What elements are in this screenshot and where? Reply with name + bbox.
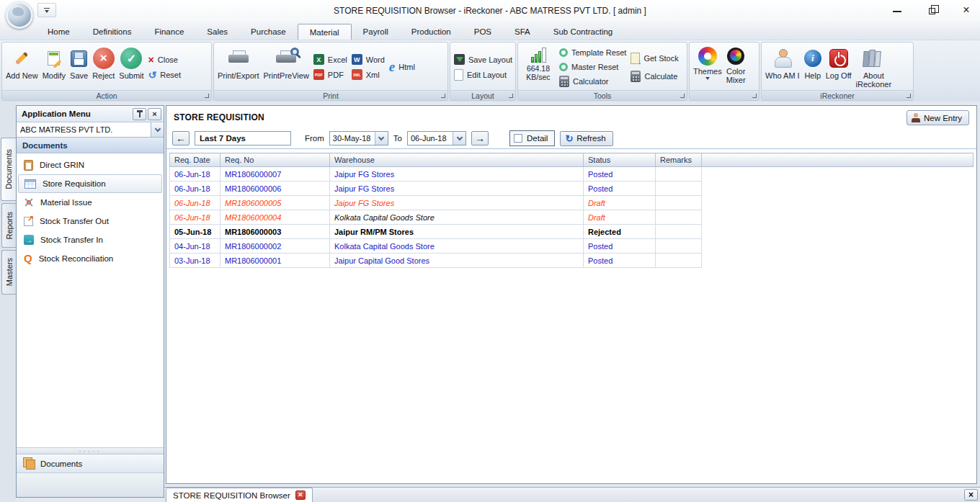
sync-icon: Q (24, 254, 32, 264)
calculator-icon (559, 76, 569, 87)
printer-icon (228, 50, 249, 66)
bar-meter-icon (531, 47, 546, 63)
table-row[interactable]: 06-Jun-18 MR1806000006 Jaipur FG Stores … (170, 181, 974, 196)
tab-purchase[interactable]: Purchase (239, 24, 298, 40)
color-mixer-button[interactable]: Color Mixer (724, 44, 748, 90)
export-excel-button[interactable]: X Excel (313, 53, 347, 66)
ribbon-group-action: Add New Modify Save × Reject ✓ Submit × (1, 42, 212, 101)
edit-layout-button[interactable]: Edit Layout (454, 68, 512, 81)
calculator-button[interactable]: Calculator (559, 76, 626, 88)
themes-button[interactable]: Themes (691, 44, 724, 90)
minimize-button[interactable] (891, 4, 904, 17)
documents-bottom-button[interactable]: Documents (17, 454, 164, 472)
table-row[interactable]: 06-Jun-18 MR1806000007 Jaipur FG Stores … (170, 167, 974, 181)
table-row[interactable]: 06-Jun-18 MR1806000005 Jaipur FG Stores … (170, 196, 974, 210)
date-range-box[interactable]: Last 7 Days (195, 131, 291, 145)
menu-item-direct-grin[interactable]: Direct GRIN (17, 156, 164, 174)
menu-item-stock-transfer-out[interactable]: Stock Transfer Out (17, 212, 164, 230)
app-globe-icon[interactable] (6, 1, 33, 29)
tab-material[interactable]: Material (298, 24, 352, 40)
close-button[interactable]: × (960, 4, 973, 17)
reject-button[interactable]: × Reject (90, 44, 117, 90)
master-reset-button[interactable]: Master Reset (559, 61, 626, 73)
menu-item-material-issue[interactable]: Material Issue (17, 193, 164, 212)
reset-button[interactable]: ↺ Reset (148, 68, 181, 81)
table-row[interactable]: 04-Jun-18 MR1806000002 Kolkata Capital G… (170, 239, 974, 254)
tab-home[interactable]: Home (36, 24, 81, 40)
company-dropdown[interactable]: ABC MATRESS PVT LTD. (17, 122, 164, 138)
new-entry-button[interactable]: New Entry (906, 110, 969, 125)
group-expand-icon[interactable] (752, 94, 757, 98)
panel-close-button[interactable]: × (148, 108, 161, 120)
print-export-button[interactable]: Print/Export (215, 44, 261, 90)
dropdown-button[interactable] (453, 132, 466, 145)
group-expand-icon[interactable] (906, 94, 911, 98)
tab-payroll[interactable]: Payroll (352, 24, 400, 40)
quick-access-toolbar-button[interactable] (37, 3, 56, 17)
column-header-warehouse[interactable]: Warehouse (330, 153, 584, 167)
restore-button[interactable] (925, 4, 938, 17)
tab-production[interactable]: Production (400, 24, 463, 40)
export-word-button[interactable]: W Word (352, 53, 385, 66)
column-header-remarks[interactable]: Remarks (656, 153, 702, 167)
color-mixer-icon (727, 48, 744, 65)
store-requisition-browser-tab[interactable]: STORE REQUISITION Browser ✕ (166, 488, 313, 502)
documents-folder-icon (25, 459, 34, 468)
submit-button[interactable]: ✓ Submit (117, 44, 146, 90)
tab-close-button[interactable]: ✕ (295, 490, 306, 500)
template-reset-button[interactable]: Template Reset (559, 47, 626, 59)
side-tab-reports[interactable]: Reports (1, 203, 16, 248)
panel-splitter[interactable]: ····· (17, 447, 164, 454)
column-header-status[interactable]: Status (584, 153, 656, 167)
detail-checkbox-group[interactable]: Detail (509, 130, 555, 146)
log-off-button[interactable]: Log Off (824, 44, 854, 90)
pin-button[interactable] (133, 108, 146, 120)
export-html-button[interactable]: e Html (389, 61, 415, 73)
group-expand-icon[interactable] (680, 94, 685, 98)
tab-pos[interactable]: POS (463, 24, 503, 40)
detail-checkbox[interactable] (514, 134, 522, 143)
group-expand-icon[interactable] (509, 94, 513, 98)
side-tab-masters[interactable]: Masters (1, 250, 16, 295)
previous-range-button[interactable]: ← (172, 131, 190, 145)
calculate-button[interactable]: Calculate (631, 70, 678, 82)
table-row[interactable]: 03-Jun-18 MR1806000001 Jaipur Capital Go… (170, 254, 974, 268)
application-menu-header: Application Menu × (17, 106, 164, 122)
refresh-button[interactable]: ↻ Refresh (560, 131, 612, 146)
save-button[interactable]: Save (68, 44, 90, 90)
menu-item-store-requisition[interactable]: Store Requisition (18, 174, 162, 193)
table-row[interactable]: 05-Jun-18 MR1806000003 Jaipur RM/PM Stor… (170, 225, 974, 239)
add-new-button[interactable]: Add New (4, 44, 40, 90)
tab-definitions[interactable]: Definitions (81, 24, 143, 40)
export-xml-button[interactable]: XML Xml (352, 68, 385, 81)
dropdown-button[interactable] (151, 122, 164, 137)
tabbar-close-button[interactable]: × (964, 489, 978, 501)
table-row[interactable]: 06-Jun-18 MR1806000004 Kolkata Capital G… (170, 210, 974, 225)
who-am-i-button[interactable]: Who AM I (763, 44, 802, 90)
application-menu-panel: Application Menu × ABC MATRESS PVT LTD. … (16, 105, 164, 498)
to-date-select[interactable]: 06-Jun-18 (407, 131, 466, 145)
group-expand-icon[interactable] (441, 94, 445, 98)
menu-item-stock-reconciliation[interactable]: Q Stock Reconciliation (17, 249, 164, 268)
menu-item-stock-transfer-in[interactable]: → Stock Transfer In (17, 230, 164, 249)
print-preview-button[interactable]: PrintPreView (261, 44, 311, 90)
export-pdf-button[interactable]: PDF PDF (313, 68, 347, 81)
tab-sales[interactable]: Sales (195, 24, 239, 40)
tab-sub-contracting[interactable]: Sub Contracting (542, 24, 624, 40)
side-tab-documents[interactable]: Documents (1, 138, 16, 201)
group-expand-icon[interactable] (205, 94, 209, 98)
tab-sfa[interactable]: SFA (503, 24, 542, 40)
save-layout-button[interactable]: Save Layout (454, 53, 512, 66)
close-form-button[interactable]: × Close (148, 53, 181, 66)
help-button[interactable]: i Help (802, 44, 824, 90)
column-header-req-date[interactable]: Req. Date (170, 153, 220, 167)
page-title: STORE REQUISITION (174, 112, 969, 122)
next-range-button[interactable]: → (471, 131, 489, 145)
tab-finance[interactable]: Finance (143, 24, 195, 40)
from-date-select[interactable]: 30-May-18 (329, 131, 388, 145)
get-stock-button[interactable]: Get Stock (631, 52, 678, 64)
modify-button[interactable]: Modify (40, 44, 68, 90)
dropdown-button[interactable] (375, 132, 388, 145)
about-ireckoner-button[interactable]: About iReckoner (854, 44, 894, 90)
column-header-req-no[interactable]: Req. No (220, 153, 330, 167)
